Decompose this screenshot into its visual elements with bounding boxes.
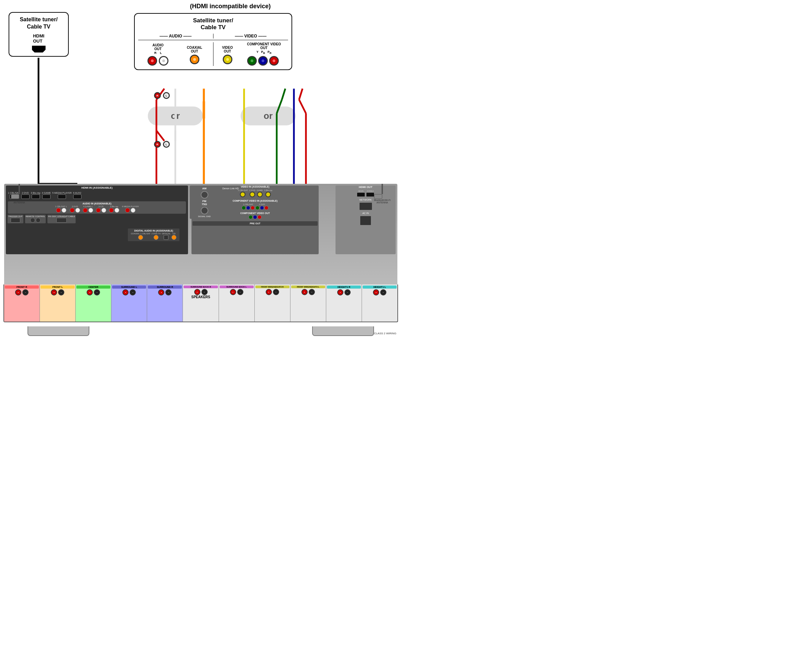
coaxial-rca	[190, 55, 199, 64]
component-y-rca	[247, 56, 257, 66]
speaker-front-r: FRONT R + –	[4, 284, 40, 321]
surround-l-neg: –	[130, 289, 136, 295]
optical-in: OPTICAL	[162, 232, 171, 240]
antenna-right-pole	[382, 184, 383, 194]
satellite-left-label: Satellite tuner/Cable TV	[20, 16, 57, 31]
h1-l-label: HEIGHT1 L	[362, 286, 397, 289]
ac-in-port	[359, 216, 372, 226]
am-label: AM	[191, 187, 218, 190]
surround-back-l-terminals: + –	[230, 289, 243, 295]
h1-r-pos: +	[337, 289, 343, 295]
audio-rca-pair	[147, 56, 169, 66]
cbl-sat-video: 1 CBL/SAT	[238, 189, 248, 198]
remote-control-label: REMOTE CONTROL	[26, 216, 46, 218]
connector-sections: AUDIOOUTR L COAXIALOUT VIDEOOUT	[138, 42, 288, 66]
front-l-terminals: + –	[51, 289, 64, 295]
bluray-r-port	[109, 208, 114, 213]
speaker-surround-l: SURROUND L + –	[111, 284, 147, 321]
comp-out-pr	[257, 215, 262, 219]
coaxial-2-port	[154, 235, 158, 240]
cbl-sat-in: 1 CBL/SAT L	[55, 205, 67, 213]
remote-control-group: REMOTE CONTROL	[25, 215, 46, 223]
receiver-dark-section: HDMI IN (ASSIGNABLE) 1 CBL/SAT 2 DVD 3 B…	[6, 185, 188, 254]
satellite-box-left: Satellite tuner/Cable TV HDMIOUT	[8, 12, 69, 57]
digital-audio-ports: COAXIAL 1 CBL/SAT 2 DVD TV OPTICAL CD	[129, 232, 179, 240]
hdmi-3-port	[32, 195, 40, 199]
dvd-video: 2 DVD	[249, 189, 255, 198]
rs232c-label: RS-232C STRAIGHT CABLE	[48, 216, 75, 218]
antenna-left-base	[11, 194, 19, 199]
coaxial-in-1: COAXIAL 1 CBL/SAT	[131, 232, 151, 240]
coaxial-cd-port	[172, 235, 176, 240]
component-pr-rca	[269, 56, 279, 66]
svg-line-4	[156, 131, 164, 141]
speaker-front-l: FRONT L + –	[40, 284, 76, 321]
class2-note: CLASS 2 WIRING	[374, 332, 397, 335]
front-l-neg: –	[58, 289, 64, 295]
coaxial-cd: CD	[172, 232, 176, 240]
h1-l-neg: –	[380, 289, 386, 295]
coaxial-out-group: COAXIALOUT	[187, 46, 202, 66]
speaker-surround-r: SURROUND R + –	[147, 284, 183, 321]
coaxial-out-label: COAXIALOUT	[187, 46, 202, 53]
comp-out-pb	[253, 215, 257, 219]
trigger-port	[11, 218, 20, 222]
bottom-controls-row: TRIGGER OUT REMOTE CONTROL RS-232C STRAI…	[6, 215, 188, 223]
center-terminals: + –	[87, 289, 100, 295]
audio-r-rca	[148, 56, 157, 66]
center-pos: +	[87, 289, 93, 295]
component-pb-rca	[258, 56, 268, 66]
foot-right	[312, 326, 374, 336]
or-1-label: or	[171, 110, 180, 121]
antenna-left-pole	[19, 184, 20, 194]
remote-in-port	[30, 218, 35, 222]
cd-r-port	[96, 208, 101, 213]
analog-ports: 1 CBL/SAT L 2 DVD 4	[9, 205, 185, 213]
fwh2-r-neg: –	[273, 289, 279, 295]
bluray-video: 3 Blu-ray	[264, 189, 272, 198]
bluray-l-port	[114, 208, 119, 213]
rs232c-port	[56, 218, 67, 222]
surround-r-neg: –	[165, 289, 172, 295]
hdmi-icon	[32, 46, 46, 53]
front-l-label: FRONT L	[41, 286, 75, 289]
fm-label: FM75Ω	[191, 200, 218, 206]
receiver-panel: HDMI IN (ASSIGNABLE) 1 CBL/SAT 2 DVD 3 B…	[4, 184, 397, 285]
hdmi-5-group: 5 MEDIA PLAYER	[52, 192, 72, 199]
comp-in-2-pr	[264, 206, 268, 210]
trigger-out-group: TRIGGER OUT	[8, 215, 23, 223]
hdmi-out-2: ZONE2	[366, 190, 374, 197]
cbl-sat-video-port	[240, 192, 245, 197]
network-port	[359, 202, 372, 211]
surround-back-l-label: SURROUND BACK L	[219, 286, 254, 288]
center-label: CENTER	[76, 286, 111, 289]
front-l-pos: +	[51, 289, 57, 295]
ac-in-label: AC IN	[335, 212, 396, 214]
hdmi-out-zone2-port	[366, 192, 374, 197]
h1-r-label: HEIGHT1 R	[327, 286, 361, 289]
surround-back-l-neg: –	[237, 289, 243, 295]
remote-out-port	[36, 218, 41, 222]
antenna-right-base	[374, 194, 382, 199]
hdmi-5-label: 5 MEDIA PLAYER	[52, 192, 72, 194]
svg-line-16	[282, 89, 285, 100]
analog-in-section: AUDIO IN (ASSIGNABLE) 1 CBL/SAT L 2 DVD	[8, 201, 186, 214]
hdmi-out-1: MAIN	[357, 190, 365, 197]
hdmi-in-label: HDMI IN (ASSIGNABLE)	[6, 186, 188, 189]
optical-port	[164, 235, 168, 240]
audio-l-connector-bottom: L	[163, 141, 170, 148]
speaker-strip: FRONT R + – FRONT L + – CENTER + – SURRO…	[3, 284, 398, 322]
hdmi-out-label: HDMIOUT	[33, 33, 44, 44]
hdmi-3-group: 3 Blu-ray	[31, 192, 41, 199]
hdmi-4-group: 4 GAME	[42, 192, 51, 199]
game-video: GAME	[257, 189, 263, 198]
h1-r-terminals: + –	[337, 289, 351, 295]
comp-in-1: 1 CBL/SAT	[242, 203, 255, 210]
surround-back-r-neg: –	[202, 289, 208, 295]
speaker-h1-l: HEIGHT1 L + –	[362, 284, 397, 321]
h1-l-terminals: + –	[373, 289, 386, 295]
component-out-label: COMPONENT VIDEOOUTY PB PR	[247, 42, 281, 55]
foot-left	[28, 326, 89, 336]
speakers-bottom-label: SPEAKERS	[0, 295, 402, 299]
audio-r-connector-bottom: R	[154, 141, 161, 148]
